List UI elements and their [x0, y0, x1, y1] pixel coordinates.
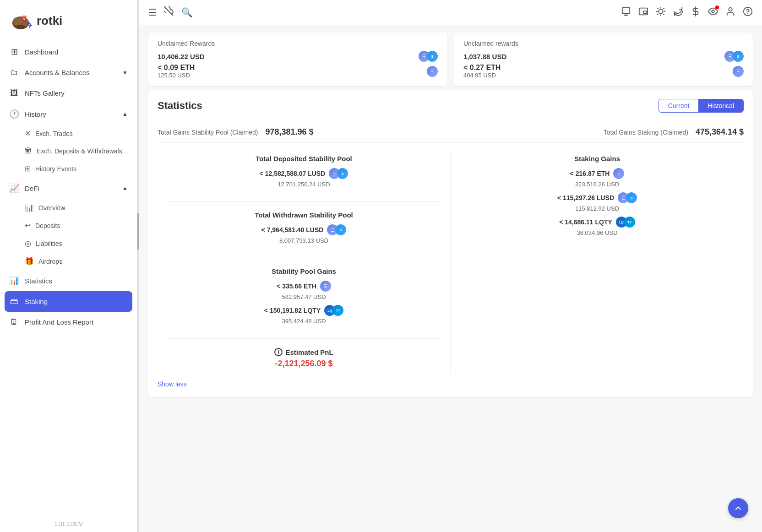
lusd-icon: $ — [337, 168, 348, 179]
top-reward-cards: Unclaimed Rewards 10,406.22 USD Ξ $ < 0.… — [139, 25, 762, 90]
sidebar-item-nfts[interactable]: 🖼 NFTs Gallery — [0, 83, 137, 103]
app-version: 1.31.3.DEV — [0, 516, 137, 532]
sidebar-item-exch-deposits[interactable]: 🏛 Exch. Deposits & Withdrawals — [0, 142, 137, 160]
sidebar-item-defi-liabilities[interactable]: ◎ Liabilities — [0, 234, 137, 252]
sidebar-item-label: Statistics — [25, 277, 128, 285]
liabilities-icon: ◎ — [25, 239, 31, 248]
svg-rect-6 — [622, 7, 630, 13]
deposited-value-row: < 12,582,588.07 LUSD Ξ $ — [167, 168, 441, 179]
accounts-icon: 🗂 — [9, 68, 19, 77]
gains-lqty-row: < 150,191.82 LQTY LQ TY — [167, 305, 441, 316]
no-cloud-icon[interactable] — [164, 6, 174, 19]
card-eth-usd: 404.95 USD — [463, 72, 501, 79]
sub-item-label: Deposits — [35, 222, 60, 229]
sidebar-item-defi-airdrops[interactable]: 🎁 Airdrops — [0, 252, 137, 270]
sidebar-item-label: Staking — [25, 298, 128, 305]
help-icon[interactable] — [743, 6, 753, 19]
stats-left-col: Total Deposited Stability Pool < 12,582,… — [158, 150, 451, 373]
staking-lusd-value: < 115,297.26 LUSD — [557, 194, 614, 201]
chevron-down-icon: ▼ — [122, 70, 128, 76]
dollar-icon[interactable] — [691, 6, 701, 19]
lusd-pair-icons: Ξ $ — [618, 192, 637, 203]
brightness-icon[interactable] — [656, 6, 666, 19]
gains-lqty-usd: 395,424.48 USD — [167, 318, 441, 325]
eye-icon[interactable] — [708, 6, 718, 19]
sidebar-item-label: NFTs Gallery — [25, 89, 128, 97]
sidebar-item-history[interactable]: 🕐 History ▲ — [0, 103, 137, 125]
sidebar-item-statistics[interactable]: 📊 Statistics — [0, 270, 137, 291]
pnl-label: Estimated PnL — [285, 348, 333, 356]
staking-eth-usd: 323,516.26 USD — [460, 181, 735, 188]
sidebar-item-defi[interactable]: 📈 DeFi ▲ — [0, 178, 137, 199]
eth-icon: Ξ — [320, 281, 331, 292]
history-events-icon: ⊞ — [25, 164, 31, 173]
withdrawn-usd: 8,007,793.13 USD — [167, 237, 441, 244]
block-title: Total Deposited Stability Pool — [167, 155, 441, 163]
profit-loss-icon: 🗓 — [9, 317, 19, 327]
sidebar-item-accounts-balances[interactable]: 🗂 Accounts & Balances ▼ — [0, 62, 137, 83]
sidebar-item-label: Accounts & Balances — [25, 69, 117, 76]
pnl-title: i Estimated PnL — [167, 348, 441, 356]
refresh-icon[interactable] — [673, 6, 683, 19]
sub-item-label: Exch. Trades — [35, 130, 73, 137]
card-title: Unclaimed Rewards — [158, 40, 438, 47]
sidebar-scrollbar[interactable] — [137, 0, 139, 532]
menu-icon[interactable]: ☰ — [148, 7, 157, 18]
sidebar-item-defi-deposits[interactable]: ↩ Deposits — [0, 217, 137, 234]
staking-eth-row: < 216.87 ETH Ξ — [460, 168, 735, 179]
sidebar-item-dashboard[interactable]: ⊞ Dashboard — [0, 41, 137, 62]
pnl-value: -2,121,256.09 $ — [167, 359, 441, 369]
eth-token-icon: Ξ — [427, 66, 438, 77]
sidebar-item-exch-trades[interactable]: ✕ Exch. Trades — [0, 125, 137, 142]
lusd-token-icons: Ξ $ — [327, 224, 346, 235]
card-eth-value: < 0.09 ETH — [158, 64, 195, 72]
lqty-pair-icons: LQ TY — [616, 217, 635, 228]
deposited-usd: 12,701,250.24 USD — [167, 181, 441, 188]
show-less-button[interactable]: Show less — [158, 380, 744, 388]
sidebar-item-history-events[interactable]: ⊞ History Events — [0, 160, 137, 178]
user-icon[interactable] — [725, 6, 735, 19]
screenshot-icon[interactable] — [621, 6, 631, 19]
withdrawn-value-row: < 7,964,581.40 LUSD Ξ $ — [167, 224, 441, 235]
token-icon-pair: Ξ $ — [419, 51, 438, 62]
statistics-title: Statistics — [158, 100, 202, 112]
staking-lusd-usd: 115,812.92 USD — [460, 205, 735, 212]
gains-eth-value: < 335.66 ETH — [277, 282, 316, 290]
lusd-icon: $ — [626, 192, 637, 203]
toggle-historical[interactable]: Historical — [698, 99, 743, 112]
card-eth-row: < 0.27 ETH 404.95 USD Ξ — [463, 64, 744, 79]
svg-point-9 — [659, 9, 663, 13]
dashboard-icon: ⊞ — [9, 47, 19, 57]
scroll-to-top-button[interactable] — [728, 498, 748, 518]
pip-icon[interactable] — [638, 6, 648, 19]
summary-right-label: Total Gains Staking (Claimed) — [604, 129, 688, 136]
lqty2-icon: TY — [332, 305, 343, 316]
airdrops-icon: 🎁 — [25, 257, 34, 266]
toggle-current[interactable]: Current — [659, 99, 699, 112]
block-title: Stability Pool Gains — [167, 267, 441, 275]
chevron-up-icon: ▲ — [122, 111, 128, 117]
search-icon[interactable]: 🔍 — [181, 7, 193, 18]
total-withdrawn-block: Total Withdrawn Stability Pool < 7,964,5… — [167, 211, 441, 258]
sidebar-item-profit-loss[interactable]: 🗓 Profit And Loss Report — [0, 312, 137, 332]
stability-gains-block: Stability Pool Gains < 335.66 ETH Ξ 582,… — [167, 267, 441, 339]
nfts-icon: 🖼 — [9, 88, 19, 98]
sidebar-item-defi-overview[interactable]: 📊 Overview — [0, 199, 137, 217]
card-usd-row: 10,406.22 USD Ξ $ — [158, 51, 438, 62]
estimated-pnl-block: i Estimated PnL -2,121,256.09 $ — [167, 348, 441, 369]
sidebar-item-staking[interactable]: 🗃 Staking — [5, 291, 132, 312]
lusd-icon: $ — [733, 51, 744, 62]
statistics-icon: 📊 — [9, 276, 19, 286]
exch-deposits-icon: 🏛 — [25, 147, 32, 155]
rotki-logo-icon — [9, 9, 32, 32]
lqty-icons: LQ TY — [324, 305, 343, 316]
lqty2-icon: TY — [624, 217, 635, 228]
staking-lusd-row: < 115,297.26 LUSD Ξ $ — [460, 192, 735, 203]
block-title: Total Withdrawn Stability Pool — [167, 211, 441, 219]
stats-summary-row: Total Gains Stability Pool (Claimed) 978… — [158, 122, 744, 143]
lusd-token-icons: Ξ $ — [329, 168, 348, 179]
overview-icon: 📊 — [25, 203, 34, 212]
lusd-icon: $ — [335, 224, 346, 235]
staking-icon: 🗃 — [9, 297, 19, 306]
statistics-toggle-group: Current Historical — [659, 99, 744, 113]
